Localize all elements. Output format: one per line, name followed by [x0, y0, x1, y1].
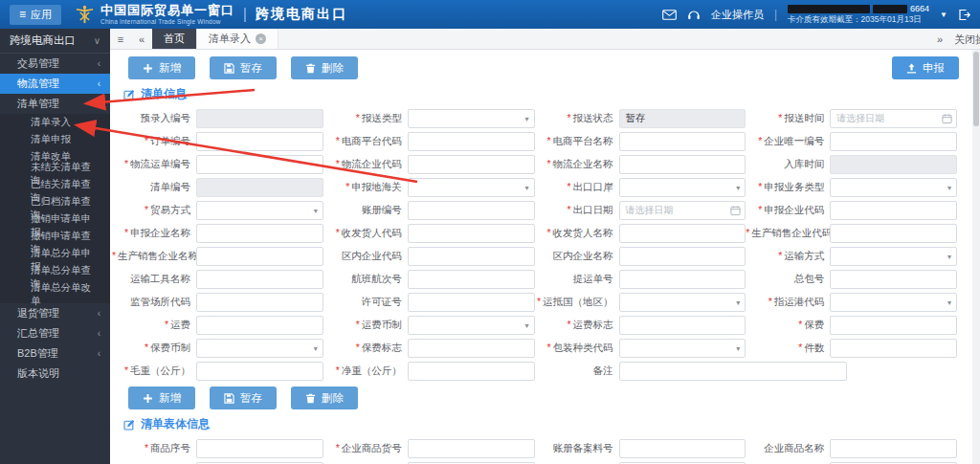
- text-input[interactable]: [619, 362, 847, 381]
- headset-icon[interactable]: [687, 9, 701, 21]
- tab-home-label: 首页: [164, 32, 185, 46]
- text-input[interactable]: [408, 362, 535, 381]
- form-field-备注: 备注: [535, 361, 958, 381]
- text-input[interactable]: [619, 316, 746, 335]
- text-input[interactable]: [830, 316, 957, 335]
- sidebar-item-交易管理[interactable]: 交易管理 ‹: [0, 54, 110, 74]
- logout-icon[interactable]: [958, 9, 970, 21]
- text-input[interactable]: [830, 201, 957, 220]
- text-input[interactable]: [830, 224, 957, 243]
- 删除-button[interactable]: 删除: [291, 387, 358, 409]
- text-input[interactable]: [408, 201, 535, 220]
- form-field-入库时间: 入库时间: [746, 154, 957, 174]
- sidebar-item-清单管理[interactable]: 清单管理 ∨: [0, 94, 110, 114]
- text-input[interactable]: [619, 439, 746, 458]
- brand: 中国国际贸易单一窗口 China International Trade Sin…: [75, 4, 234, 25]
- text-input[interactable]: [408, 132, 535, 151]
- tab-home[interactable]: 首页: [152, 29, 196, 49]
- sidebar-item-物流管理[interactable]: 物流管理 ‹: [0, 74, 110, 94]
- declare-button[interactable]: 申报: [892, 56, 959, 79]
- form-field-保费: *保费: [746, 315, 957, 335]
- text-input[interactable]: [408, 247, 535, 266]
- sidebar-item-B2B管理[interactable]: B2B管理 ‹: [0, 343, 110, 364]
- text-input[interactable]: [408, 293, 535, 312]
- 暂存-button[interactable]: 暂存: [210, 56, 277, 79]
- header-toolbar: 新增 暂存 删除 申报: [110, 50, 972, 84]
- form-field-运费: *运费: [112, 315, 323, 335]
- caret-down-icon: ▾: [947, 252, 951, 260]
- text-input[interactable]: [619, 224, 746, 243]
- text-input[interactable]: [196, 132, 323, 151]
- form-field-商品序号: *商品序号: [112, 438, 323, 458]
- select-input[interactable]: ▾: [408, 316, 535, 335]
- text-input[interactable]: [196, 316, 323, 335]
- 暂存-button[interactable]: 暂存: [210, 387, 277, 409]
- account-caret-icon[interactable]: ▼: [940, 11, 947, 19]
- text-input[interactable]: [830, 439, 957, 458]
- select-input[interactable]: ▾: [408, 178, 535, 197]
- text-input[interactable]: [196, 362, 323, 381]
- readonly-input: [196, 178, 323, 197]
- text-input[interactable]: [196, 270, 323, 289]
- select-input[interactable]: ▾: [196, 201, 323, 220]
- apps-menu-button[interactable]: ≡ 应用: [10, 5, 61, 25]
- text-input[interactable]: [408, 339, 535, 358]
- text-input[interactable]: [408, 224, 535, 243]
- close-tab-icon[interactable]: ×: [256, 33, 266, 44]
- text-input[interactable]: [196, 293, 323, 312]
- trash-icon: [305, 393, 316, 404]
- text-input[interactable]: [619, 132, 746, 151]
- scroll-tabs-right-icon[interactable]: »: [933, 33, 947, 45]
- form-field-报送时间: *报送时间 请选择日期: [746, 108, 957, 128]
- form-field-申报企业名称: *申报企业名称: [112, 223, 323, 243]
- form-field-物流运单编号: *物流运单编号: [112, 154, 323, 174]
- text-input[interactable]: [408, 155, 535, 174]
- form-field-账册编号: 账册编号: [323, 200, 535, 220]
- sidebar-item-版本说明[interactable]: 版本说明: [0, 364, 110, 384]
- mail-icon[interactable]: [662, 9, 677, 21]
- form-field-区内企业名称: 区内企业名称: [535, 246, 746, 266]
- select-input[interactable]: ▾: [619, 339, 746, 358]
- sidebar-root-menu[interactable]: 跨境电商出口 ∨: [0, 29, 110, 54]
- sidebar-item-汇总管理[interactable]: 汇总管理 ‹: [0, 323, 110, 343]
- vertical-scrollbar[interactable]: [972, 50, 980, 464]
- text-input[interactable]: [830, 270, 957, 289]
- text-input[interactable]: [619, 247, 746, 266]
- close-operations-menu[interactable]: 关闭操作: [954, 33, 980, 47]
- select-input[interactable]: ▾: [408, 109, 535, 128]
- text-input[interactable]: [196, 155, 323, 174]
- form-field-保费币制: *保费币制 ▾: [112, 338, 323, 358]
- select-input[interactable]: ▾: [619, 178, 746, 197]
- text-input[interactable]: [830, 132, 957, 151]
- section-title-list-body: 清单表体信息: [110, 414, 972, 437]
- form-field-电商平台代码: *电商平台代码: [323, 131, 535, 151]
- sidebar-subitem-清单录入[interactable]: 清单录入: [0, 114, 110, 131]
- 删除-button[interactable]: 删除: [291, 56, 358, 79]
- 新增-button[interactable]: 新增: [128, 56, 195, 79]
- sidebar-subitem-清单总分单改单[interactable]: 清单总分单改单: [0, 286, 110, 303]
- date-input[interactable]: 请选择日期: [619, 201, 746, 220]
- select-input[interactable]: ▾: [830, 247, 957, 266]
- save-icon: [224, 393, 234, 404]
- select-input[interactable]: ▾: [619, 293, 746, 312]
- text-input[interactable]: [619, 155, 746, 174]
- date-input[interactable]: 请选择日期: [830, 109, 957, 128]
- text-input[interactable]: [619, 270, 746, 289]
- select-input[interactable]: ▾: [830, 178, 957, 197]
- 新增-button[interactable]: 新增: [128, 387, 195, 409]
- text-input[interactable]: [830, 339, 957, 358]
- chevron-left-icon: ‹: [98, 59, 100, 69]
- select-input[interactable]: ▾: [830, 293, 957, 312]
- text-input[interactable]: [196, 439, 323, 458]
- text-input[interactable]: [408, 439, 535, 458]
- account-info[interactable]: 6664 卡介质有效期截至：2035年01月13日: [788, 4, 929, 25]
- scrollbar-thumb[interactable]: [973, 52, 979, 126]
- text-input[interactable]: [408, 270, 535, 289]
- menu-toggle-icon[interactable]: ≡: [110, 29, 131, 49]
- select-input[interactable]: ▾: [196, 339, 323, 358]
- scroll-tabs-left-icon[interactable]: «: [131, 29, 152, 49]
- sidebar-subitem-清单申报[interactable]: 清单申报: [0, 131, 110, 148]
- tab-list-entry[interactable]: 清单录入 ×: [196, 29, 278, 49]
- text-input[interactable]: [196, 247, 323, 266]
- text-input[interactable]: [196, 224, 323, 243]
